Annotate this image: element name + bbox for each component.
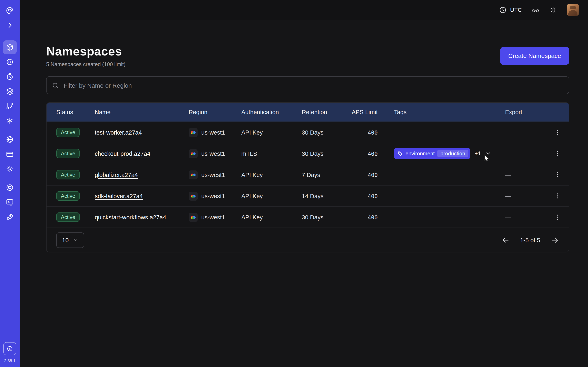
main-content: Namespaces 5 Namespaces created (100 lim…	[20, 20, 588, 367]
col-header-authentication: Authentication	[241, 109, 302, 115]
page-title: Namespaces	[46, 44, 126, 59]
table-row: Active sdk-failover.a27a4 us-west1 API K…	[47, 185, 569, 206]
timezone-label: UTC	[510, 7, 522, 13]
app-version: 2.35.1	[4, 359, 16, 363]
create-namespace-button[interactable]: Create Namespace	[500, 47, 569, 65]
row-actions-menu-button[interactable]	[551, 211, 564, 224]
gcp-cloud-icon	[189, 192, 198, 200]
aps-limit-value: 400	[348, 129, 378, 136]
svg-text:$: $	[9, 347, 11, 350]
tag-chip[interactable]: environment production	[394, 148, 471, 159]
col-header-export: Export	[505, 109, 546, 115]
sidebar-item-namespaces[interactable]	[3, 40, 17, 54]
app-root: $ 2.35.1 UTC Namespaces 5 Namespaces cre…	[0, 0, 588, 367]
retention-label: 30 Days	[302, 129, 348, 136]
namespace-link[interactable]: test-worker.a27a4	[95, 129, 142, 136]
filter-searchbar[interactable]	[46, 76, 569, 94]
aps-limit-value: 400	[348, 214, 378, 220]
aps-limit-value: 400	[348, 150, 378, 157]
export-value: —	[505, 171, 546, 178]
status-badge: Active	[56, 149, 80, 158]
topbar: UTC	[20, 0, 588, 20]
auth-label: API Key	[241, 193, 302, 199]
auth-label: API Key	[241, 214, 302, 220]
page-size-select[interactable]: 10	[56, 232, 84, 248]
region-label: us-west1	[201, 171, 225, 178]
status-badge: Active	[56, 128, 80, 137]
col-header-aps-limit: APS Limit	[348, 109, 378, 115]
chevron-down-icon	[485, 150, 491, 157]
theme-toggle-sun-icon[interactable]	[549, 6, 557, 14]
gcp-cloud-icon	[189, 128, 198, 137]
page-size-value: 10	[62, 237, 69, 243]
sidebar-item-workflows[interactable]	[3, 99, 17, 113]
sidebar-item-schedules[interactable]	[3, 70, 17, 83]
arrow-right-icon	[551, 236, 559, 244]
sidebar-item-support[interactable]	[3, 181, 17, 194]
region-label: us-west1	[201, 129, 225, 136]
gcp-cloud-icon	[189, 170, 198, 179]
status-badge: Active	[56, 170, 80, 179]
tag-key: environment	[406, 150, 435, 157]
table-row: Active globalizer.a27a4 us-west1 API Key…	[47, 164, 569, 185]
namespace-link[interactable]: globalizer.a27a4	[95, 171, 138, 178]
gcp-cloud-icon	[189, 149, 198, 158]
namespace-link[interactable]: quickstart-workflows.a27a4	[95, 214, 166, 220]
filter-input[interactable]	[63, 81, 563, 89]
prev-page-button[interactable]	[502, 236, 510, 244]
sidebar-item-getting-started[interactable]	[3, 210, 17, 224]
export-value: —	[505, 150, 546, 157]
tag-expand-button[interactable]	[485, 150, 491, 157]
region-label: us-west1	[201, 214, 225, 220]
col-header-tags: Tags	[378, 109, 505, 115]
timezone-selector[interactable]: UTC	[499, 6, 522, 14]
status-badge: Active	[56, 212, 80, 222]
sidebar-item-nexus[interactable]	[3, 55, 17, 69]
sidebar-item-console[interactable]	[3, 195, 17, 209]
export-value: —	[505, 193, 546, 199]
auth-label: mTLS	[241, 150, 302, 157]
region-label: us-west1	[201, 150, 225, 157]
sidebar-item-batch-operations[interactable]	[3, 114, 17, 128]
export-value: —	[505, 214, 546, 220]
sidebar-item-settings[interactable]	[3, 162, 17, 176]
table-footer: 10 1-5 of 5	[47, 227, 569, 252]
user-avatar[interactable]	[567, 4, 579, 16]
row-actions-menu-button[interactable]	[551, 168, 564, 181]
sidebar: $ 2.35.1	[0, 0, 20, 367]
namespace-link[interactable]: checkout-prod.a27a4	[95, 150, 150, 157]
table-row: Active test-worker.a27a4 us-west1 API Ke…	[47, 122, 569, 143]
col-header-retention: Retention	[302, 109, 348, 115]
sidebar-item-deployments[interactable]	[3, 84, 17, 98]
sidebar-item-billing[interactable]	[3, 147, 17, 161]
auth-label: API Key	[241, 129, 302, 136]
region-label: us-west1	[201, 193, 225, 199]
retention-label: 30 Days	[302, 214, 348, 220]
aps-limit-value: 400	[348, 171, 378, 178]
row-actions-menu-button[interactable]	[551, 189, 564, 202]
pricing-dollar-icon[interactable]: $	[3, 342, 16, 355]
auth-label: API Key	[241, 171, 302, 178]
aps-limit-value: 400	[348, 193, 378, 199]
arrow-left-icon	[502, 236, 510, 244]
sidebar-item-usage[interactable]	[3, 133, 17, 146]
clock-icon	[499, 6, 507, 14]
table-row: Active checkout-prod.a27a4 us-west1 mTLS…	[47, 143, 569, 164]
labs-glasses-icon[interactable]	[532, 6, 539, 14]
retention-label: 7 Days	[302, 171, 348, 178]
sidebar-expand-button[interactable]	[3, 18, 17, 32]
export-value: —	[505, 129, 546, 136]
row-actions-menu-button[interactable]	[551, 147, 564, 160]
gcp-cloud-icon	[189, 213, 198, 222]
namespaces-table: Status Name Region Authentication Retent…	[46, 102, 569, 252]
tag-more-count: +1	[475, 150, 481, 157]
next-page-button[interactable]	[551, 236, 559, 244]
search-icon	[52, 82, 59, 89]
table-row: Active quickstart-workflows.a27a4 us-wes…	[47, 206, 569, 227]
namespace-link[interactable]: sdk-failover.a27a4	[95, 193, 143, 199]
retention-label: 14 Days	[302, 193, 348, 199]
chevron-down-icon	[73, 237, 78, 243]
temporal-logo-icon	[3, 4, 17, 17]
row-actions-menu-button[interactable]	[551, 126, 564, 139]
tag-icon	[398, 151, 403, 156]
